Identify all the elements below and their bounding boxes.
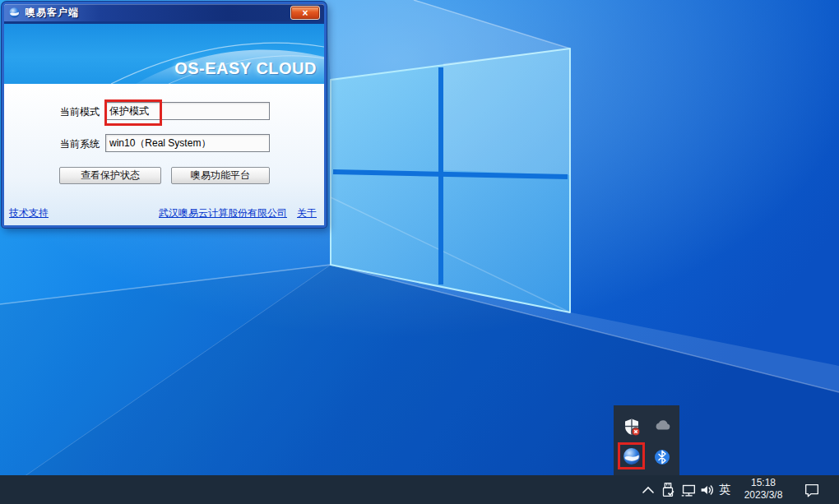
taskbar: 英 15:18 2023/3/8	[0, 475, 839, 504]
desktop: 噢易客户端 × OS-EASY CLOUD 当前模式 当前系统 查看保护状态 噢…	[0, 0, 839, 504]
dialog-body: 当前模式 当前系统 查看保护状态 噢易功能平台 技术支持 武汉噢易云计算股份有限…	[4, 84, 324, 228]
usb-safely-remove-icon[interactable]	[659, 481, 677, 499]
brand-logo-text: OS-EASY CLOUD	[174, 59, 317, 78]
system-field-label: 当前系统	[58, 137, 100, 151]
about-link[interactable]: 关于	[297, 206, 317, 220]
close-icon: ×	[302, 7, 308, 19]
system-field-value[interactable]	[105, 134, 270, 152]
clock-date: 2023/3/8	[738, 489, 789, 502]
os-easy-logo-icon	[8, 7, 21, 19]
action-center-icon[interactable]	[803, 481, 821, 499]
volume-icon[interactable]	[698, 481, 716, 499]
window-titlebar[interactable]: 噢易客户端 ×	[4, 4, 324, 21]
tray-overflow-flyout	[614, 405, 679, 475]
network-icon[interactable]	[679, 481, 698, 499]
window-title: 噢易客户端	[25, 6, 79, 20]
close-button[interactable]: ×	[290, 6, 320, 20]
bluetooth-icon[interactable]	[652, 447, 672, 467]
windows-security-icon[interactable]	[622, 417, 642, 437]
company-link[interactable]: 武汉噢易云计算股份有限公司	[159, 206, 287, 220]
annotation-box-mode	[104, 99, 162, 126]
clock-time: 15:18	[738, 477, 789, 489]
ime-indicator[interactable]: 英	[716, 483, 734, 497]
os-easy-platform-button[interactable]: 噢易功能平台	[171, 167, 270, 184]
onedrive-icon[interactable]	[652, 416, 672, 436]
os-easy-client-window: 噢易客户端 × OS-EASY CLOUD 当前模式 当前系统 查看保护状态 噢…	[2, 2, 327, 228]
tech-support-link[interactable]: 技术支持	[9, 206, 49, 220]
show-hidden-icons-chevron[interactable]	[639, 481, 657, 499]
mode-field-label: 当前模式	[58, 105, 100, 119]
banner: OS-EASY CLOUD	[4, 21, 324, 84]
view-protection-status-button[interactable]: 查看保护状态	[59, 167, 161, 184]
taskbar-clock[interactable]: 15:18 2023/3/8	[738, 477, 789, 502]
annotation-box-tray	[618, 442, 645, 469]
